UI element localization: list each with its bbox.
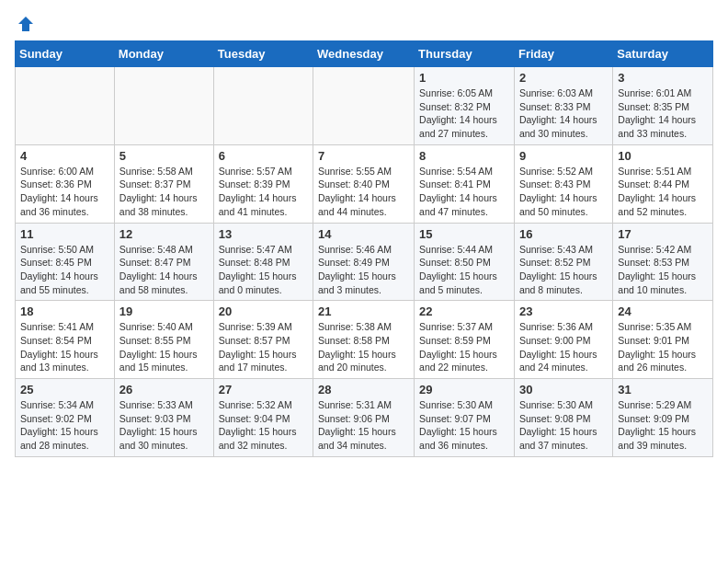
day-info: Sunrise: 5:52 AM Sunset: 8:43 PM Dayligh… xyxy=(519,165,608,219)
calendar-cell: 11Sunrise: 5:50 AM Sunset: 8:45 PM Dayli… xyxy=(16,223,115,301)
day-number: 23 xyxy=(519,304,608,318)
weekday-header-monday: Monday xyxy=(114,41,213,67)
day-number: 24 xyxy=(618,304,708,318)
logo-icon xyxy=(17,15,35,33)
weekday-header-row: SundayMondayTuesdayWednesdayThursdayFrid… xyxy=(16,41,713,67)
day-info: Sunrise: 5:41 AM Sunset: 8:54 PM Dayligh… xyxy=(20,320,109,374)
day-info: Sunrise: 5:51 AM Sunset: 8:44 PM Dayligh… xyxy=(618,165,708,219)
weekday-header-sunday: Sunday xyxy=(16,41,115,67)
day-info: Sunrise: 5:35 AM Sunset: 9:01 PM Dayligh… xyxy=(618,320,708,374)
calendar-cell: 29Sunrise: 5:30 AM Sunset: 9:07 PM Dayli… xyxy=(415,379,515,457)
day-number: 30 xyxy=(519,383,608,396)
calendar-body: 1Sunrise: 6:05 AM Sunset: 8:32 PM Daylig… xyxy=(16,67,713,457)
day-info: Sunrise: 5:37 AM Sunset: 8:59 PM Dayligh… xyxy=(419,320,509,374)
day-info: Sunrise: 6:05 AM Sunset: 8:32 PM Dayligh… xyxy=(419,86,509,141)
calendar-cell: 17Sunrise: 5:42 AM Sunset: 8:53 PM Dayli… xyxy=(613,223,713,301)
day-info: Sunrise: 5:48 AM Sunset: 8:47 PM Dayligh… xyxy=(119,243,209,297)
calendar-cell: 23Sunrise: 5:36 AM Sunset: 9:00 PM Dayli… xyxy=(514,301,612,379)
day-info: Sunrise: 5:30 AM Sunset: 9:07 PM Dayligh… xyxy=(419,398,509,453)
day-number: 11 xyxy=(20,227,109,241)
calendar-cell xyxy=(16,67,115,145)
day-number: 8 xyxy=(419,149,509,163)
calendar-cell xyxy=(213,67,313,145)
day-info: Sunrise: 5:32 AM Sunset: 9:04 PM Dayligh… xyxy=(219,398,308,453)
calendar-cell: 10Sunrise: 5:51 AM Sunset: 8:44 PM Dayli… xyxy=(613,144,713,223)
weekday-header-saturday: Saturday xyxy=(613,41,713,67)
calendar-table: SundayMondayTuesdayWednesdayThursdayFrid… xyxy=(15,40,713,457)
day-info: Sunrise: 5:34 AM Sunset: 9:02 PM Dayligh… xyxy=(20,398,109,453)
day-number: 22 xyxy=(419,304,509,318)
calendar-cell: 25Sunrise: 5:34 AM Sunset: 9:02 PM Dayli… xyxy=(16,379,115,457)
calendar-cell: 24Sunrise: 5:35 AM Sunset: 9:01 PM Dayli… xyxy=(613,301,713,379)
day-info: Sunrise: 6:00 AM Sunset: 8:36 PM Dayligh… xyxy=(20,165,109,219)
day-number: 12 xyxy=(119,227,209,241)
calendar-cell xyxy=(114,67,213,145)
day-number: 7 xyxy=(318,149,409,163)
day-number: 27 xyxy=(219,383,308,396)
calendar-cell: 20Sunrise: 5:39 AM Sunset: 8:57 PM Dayli… xyxy=(213,301,313,379)
day-info: Sunrise: 5:39 AM Sunset: 8:57 PM Dayligh… xyxy=(219,320,308,374)
day-info: Sunrise: 5:40 AM Sunset: 8:55 PM Dayligh… xyxy=(119,320,209,374)
day-info: Sunrise: 5:42 AM Sunset: 8:53 PM Dayligh… xyxy=(618,243,708,297)
calendar-week-row: 25Sunrise: 5:34 AM Sunset: 9:02 PM Dayli… xyxy=(16,379,713,457)
calendar-cell: 9Sunrise: 5:52 AM Sunset: 8:43 PM Daylig… xyxy=(514,144,612,223)
day-number: 21 xyxy=(318,304,409,318)
calendar-header: SundayMondayTuesdayWednesdayThursdayFrid… xyxy=(16,41,713,67)
day-info: Sunrise: 5:57 AM Sunset: 8:39 PM Dayligh… xyxy=(219,165,308,219)
calendar-cell: 7Sunrise: 5:55 AM Sunset: 8:40 PM Daylig… xyxy=(313,144,415,223)
calendar-week-row: 4Sunrise: 6:00 AM Sunset: 8:36 PM Daylig… xyxy=(16,144,713,223)
day-info: Sunrise: 5:54 AM Sunset: 8:41 PM Dayligh… xyxy=(419,165,509,219)
day-number: 20 xyxy=(219,304,308,318)
calendar-cell: 21Sunrise: 5:38 AM Sunset: 8:58 PM Dayli… xyxy=(313,301,415,379)
day-info: Sunrise: 5:58 AM Sunset: 8:37 PM Dayligh… xyxy=(119,165,209,219)
calendar-cell: 28Sunrise: 5:31 AM Sunset: 9:06 PM Dayli… xyxy=(313,379,415,457)
day-info: Sunrise: 5:30 AM Sunset: 9:08 PM Dayligh… xyxy=(519,398,608,453)
day-number: 18 xyxy=(20,304,109,318)
day-number: 1 xyxy=(419,71,509,85)
calendar-cell: 30Sunrise: 5:30 AM Sunset: 9:08 PM Dayli… xyxy=(514,379,612,457)
svg-marker-0 xyxy=(18,17,33,31)
weekday-header-tuesday: Tuesday xyxy=(213,41,313,67)
calendar-cell: 15Sunrise: 5:44 AM Sunset: 8:50 PM Dayli… xyxy=(415,223,515,301)
day-number: 2 xyxy=(519,71,608,85)
day-info: Sunrise: 6:01 AM Sunset: 8:35 PM Dayligh… xyxy=(618,86,708,141)
calendar-cell: 1Sunrise: 6:05 AM Sunset: 8:32 PM Daylig… xyxy=(415,67,515,145)
weekday-header-wednesday: Wednesday xyxy=(313,41,415,67)
day-number: 26 xyxy=(119,383,209,396)
day-number: 5 xyxy=(119,149,209,163)
page-header xyxy=(15,15,713,33)
day-number: 17 xyxy=(618,227,708,241)
calendar-cell: 4Sunrise: 6:00 AM Sunset: 8:36 PM Daylig… xyxy=(16,144,115,223)
day-info: Sunrise: 5:44 AM Sunset: 8:50 PM Dayligh… xyxy=(419,243,509,297)
calendar-cell: 5Sunrise: 5:58 AM Sunset: 8:37 PM Daylig… xyxy=(114,144,213,223)
day-number: 9 xyxy=(519,149,608,163)
day-info: Sunrise: 6:03 AM Sunset: 8:33 PM Dayligh… xyxy=(519,86,608,141)
calendar-cell: 27Sunrise: 5:32 AM Sunset: 9:04 PM Dayli… xyxy=(213,379,313,457)
day-info: Sunrise: 5:36 AM Sunset: 9:00 PM Dayligh… xyxy=(519,320,608,374)
logo xyxy=(15,15,35,33)
calendar-cell: 8Sunrise: 5:54 AM Sunset: 8:41 PM Daylig… xyxy=(415,144,515,223)
day-number: 10 xyxy=(618,149,708,163)
calendar-cell: 13Sunrise: 5:47 AM Sunset: 8:48 PM Dayli… xyxy=(213,223,313,301)
day-info: Sunrise: 5:55 AM Sunset: 8:40 PM Dayligh… xyxy=(318,165,409,219)
calendar-cell: 22Sunrise: 5:37 AM Sunset: 8:59 PM Dayli… xyxy=(415,301,515,379)
calendar-cell: 2Sunrise: 6:03 AM Sunset: 8:33 PM Daylig… xyxy=(514,67,612,145)
day-number: 19 xyxy=(119,304,209,318)
calendar-week-row: 11Sunrise: 5:50 AM Sunset: 8:45 PM Dayli… xyxy=(16,223,713,301)
calendar-cell: 19Sunrise: 5:40 AM Sunset: 8:55 PM Dayli… xyxy=(114,301,213,379)
weekday-header-friday: Friday xyxy=(514,41,612,67)
day-number: 15 xyxy=(419,227,509,241)
calendar-week-row: 18Sunrise: 5:41 AM Sunset: 8:54 PM Dayli… xyxy=(16,301,713,379)
calendar-cell: 14Sunrise: 5:46 AM Sunset: 8:49 PM Dayli… xyxy=(313,223,415,301)
calendar-cell: 31Sunrise: 5:29 AM Sunset: 9:09 PM Dayli… xyxy=(613,379,713,457)
day-info: Sunrise: 5:33 AM Sunset: 9:03 PM Dayligh… xyxy=(119,398,209,453)
day-info: Sunrise: 5:43 AM Sunset: 8:52 PM Dayligh… xyxy=(519,243,608,297)
day-info: Sunrise: 5:46 AM Sunset: 8:49 PM Dayligh… xyxy=(318,243,409,297)
calendar-cell: 18Sunrise: 5:41 AM Sunset: 8:54 PM Dayli… xyxy=(16,301,115,379)
day-number: 28 xyxy=(318,383,409,396)
day-number: 25 xyxy=(20,383,109,396)
calendar-cell xyxy=(313,67,415,145)
day-number: 29 xyxy=(419,383,509,396)
day-info: Sunrise: 5:29 AM Sunset: 9:09 PM Dayligh… xyxy=(618,398,708,453)
calendar-cell: 3Sunrise: 6:01 AM Sunset: 8:35 PM Daylig… xyxy=(613,67,713,145)
